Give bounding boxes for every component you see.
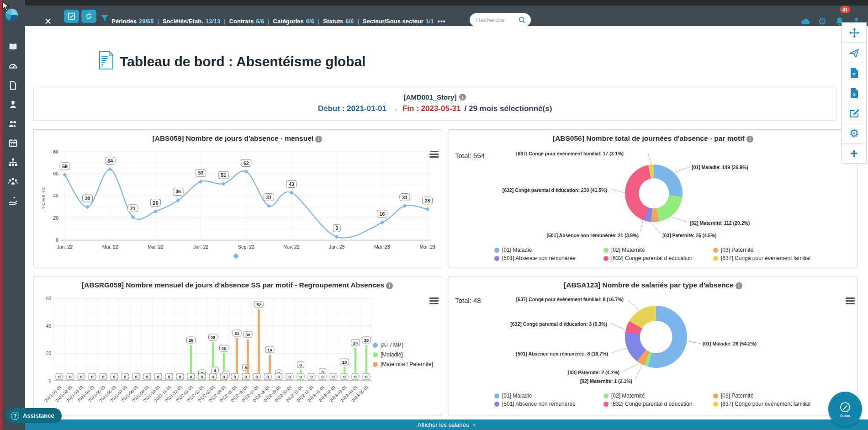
svg-text:31: 31	[234, 331, 239, 336]
legend-item[interactable]: [03] Paternité	[713, 393, 810, 399]
guides-button[interactable]: Guides	[828, 392, 862, 426]
svg-text:0: 0	[343, 374, 345, 379]
svg-text:26: 26	[153, 200, 159, 206]
search-input[interactable]	[476, 16, 518, 23]
close-icon[interactable]: ×	[41, 11, 55, 32]
services-icon	[8, 196, 18, 206]
filter-item-contrats[interactable]: Contrats6/6	[229, 18, 265, 25]
svg-text:0: 0	[58, 374, 60, 379]
legend-dot	[494, 402, 499, 407]
arrow-right-icon: →	[390, 104, 399, 114]
settings-button[interactable]: ⚙	[842, 123, 867, 143]
filter-item-secteur-sous-secteur[interactable]: Secteur/Sous secteur1/1	[363, 18, 434, 25]
gear-icon[interactable]: ⚙	[817, 16, 828, 27]
svg-text:0: 0	[222, 374, 225, 379]
info-icon[interactable]: i	[459, 94, 466, 101]
search-box[interactable]	[470, 13, 531, 27]
more-filters-icon[interactable]: •••	[438, 18, 446, 25]
donut-chart[interactable]	[625, 306, 687, 368]
period-end: Fin : 2023-05-31	[402, 104, 461, 113]
export-excel-button[interactable]: x	[842, 83, 867, 103]
filter-funnel-icon[interactable]	[101, 15, 109, 24]
legend-item[interactable]: [01] Maladie	[494, 393, 576, 399]
svg-text:0: 0	[157, 374, 159, 379]
slice-callout: [03] Paternité: 25 (4.5%)	[662, 233, 716, 238]
legend-item[interactable]: [637] Congé pour évènement familial	[713, 401, 810, 407]
sidebar-item-training[interactable]	[7, 99, 19, 111]
svg-text:60: 60	[53, 171, 58, 176]
svg-text:26: 26	[189, 338, 194, 343]
legend-item[interactable]: [Maternite / Paternite]	[373, 361, 433, 367]
svg-text:0: 0	[168, 374, 170, 379]
legend-item[interactable]: [02] Maternité	[603, 247, 692, 253]
svg-text:0: 0	[102, 374, 104, 379]
assistance-button[interactable]: ? Assistance	[6, 408, 62, 423]
sidebar-item-documents[interactable]	[7, 80, 19, 91]
sidebar-item-teams[interactable]	[7, 175, 19, 187]
svg-text:0: 0	[310, 374, 312, 379]
training-icon	[8, 100, 18, 110]
teams-icon	[8, 176, 18, 186]
separator: |	[357, 18, 359, 25]
planning-icon	[8, 138, 18, 148]
app-logo[interactable]	[5, 9, 18, 21]
export-pdf-button[interactable]: P	[842, 63, 867, 83]
info-icon[interactable]: i	[746, 136, 753, 143]
notification-badge: 41	[840, 6, 850, 13]
sidebar-item-library[interactable]	[7, 41, 19, 53]
move-button[interactable]	[842, 22, 867, 43]
filter-item-statuts[interactable]: Statuts6/6	[323, 18, 354, 25]
slice-callout: [632] Congé parental d éducation: 3 (6.3…	[510, 321, 607, 327]
legend-item[interactable]: [AT / MP]	[373, 342, 433, 348]
send-button[interactable]	[842, 42, 867, 63]
sidebar-item-dashboard[interactable]	[7, 60, 19, 72]
sidebar-item-services[interactable]	[7, 195, 19, 207]
filter-item-cat-gories[interactable]: Catégories6/6	[273, 18, 314, 25]
sidebar-item-planning[interactable]	[7, 137, 19, 149]
info-icon[interactable]: i	[386, 282, 393, 289]
svg-text:0: 0	[321, 374, 323, 379]
cloud-icon[interactable]	[800, 16, 811, 27]
add-button[interactable]: +	[842, 143, 867, 164]
search-icon[interactable]	[518, 16, 526, 24]
separator: |	[268, 18, 269, 25]
svg-text:Mai. 22: Mai. 22	[148, 244, 164, 250]
chart-menu-icon[interactable]	[846, 297, 855, 305]
chart-menu-icon[interactable]	[429, 297, 439, 305]
legend-item[interactable]: [02] Maternité	[603, 393, 692, 399]
legend-item[interactable]: [501] Absence non rémunérée	[494, 255, 576, 261]
select-all-button[interactable]	[64, 10, 79, 23]
refresh-button[interactable]	[81, 10, 96, 23]
svg-text:0: 0	[69, 374, 71, 379]
info-icon[interactable]: i	[315, 136, 322, 143]
svg-text:x: x	[853, 92, 856, 97]
filter-item-soci-t-s-etab-[interactable]: Sociétés/Etab.13/13	[163, 18, 220, 25]
legend-dot	[603, 402, 609, 407]
legend-item[interactable]: [03] Paternité	[713, 247, 810, 253]
legend-dot	[713, 402, 718, 407]
filter-item-p-riodes[interactable]: Périodes29/65	[111, 18, 153, 25]
svg-text:0: 0	[146, 374, 148, 379]
slice-callout: [01] Maladie: 149 (26.9%)	[692, 165, 748, 170]
period-start: Début : 2021-01-01	[318, 104, 386, 113]
legend-item[interactable]: [Maladie]	[373, 351, 433, 358]
legend-item[interactable]: [501] Absence non rémunérée	[494, 401, 576, 407]
svg-text:64: 64	[107, 158, 113, 164]
svg-text:0: 0	[190, 374, 192, 379]
legend-item[interactable]: [01] Maladie	[494, 247, 576, 253]
legend-item[interactable]: [632] Congé parental d éducation	[603, 401, 692, 407]
app-window: × Périodes29/65|Sociétés/Etab.13/13|Cont…	[0, 0, 868, 430]
info-icon[interactable]: i	[736, 282, 742, 289]
show-employees-bar[interactable]: Afficher les salariés↑	[25, 419, 868, 430]
legend-dot	[603, 248, 609, 253]
sidebar-item-employees[interactable]	[7, 118, 19, 130]
edit-button[interactable]	[842, 103, 867, 123]
donut-chart[interactable]	[625, 165, 683, 222]
svg-text:Juil. 22: Juil. 22	[193, 244, 208, 250]
report-doc-icon	[99, 51, 113, 71]
svg-text:4: 4	[214, 368, 217, 373]
sidebar-item-organization[interactable]	[7, 156, 19, 168]
legend-item[interactable]: [632] Congé parental d éducation	[603, 255, 692, 261]
svg-text:0: 0	[212, 374, 214, 379]
legend-item[interactable]: [637] Congé pour évènement familial	[713, 255, 810, 261]
